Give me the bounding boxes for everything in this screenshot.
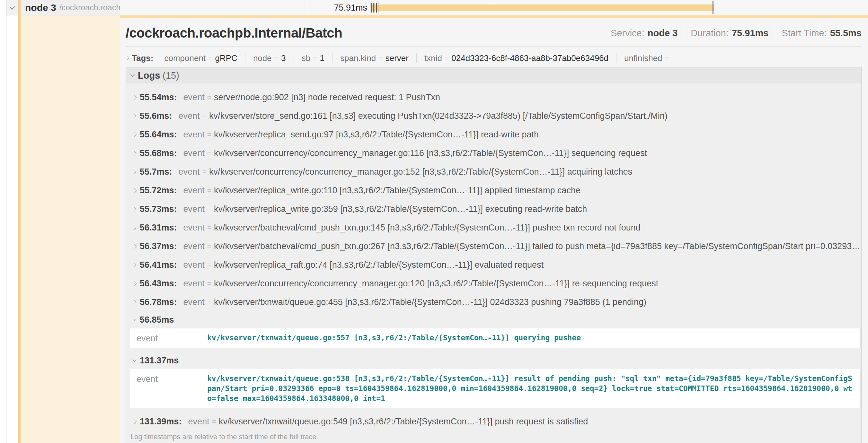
log-field-value: kv/kvserver/batcheval/cmd_push_txn.go:26…: [214, 241, 861, 251]
log-entry-row[interactable]: 55.6ms: event = kv/kvserver/store_send.g…: [126, 107, 861, 125]
log-field-key: event: [183, 93, 205, 102]
log-timestamp: 131.37ms: [140, 356, 179, 366]
logs-accordion-header[interactable]: Logs (15): [126, 67, 861, 83]
trace-span-row: node 3 /cockroach.roach… 75.91ms: [6, 0, 868, 15]
log-field-value: kv/kvserver/txnwait/queue.go:455 [n3,s3,…: [214, 297, 861, 307]
tag-span-kind: span.kind = server: [333, 53, 417, 63]
log-entry-row[interactable]: 55.73ms: event = kv/kvserver/replica_wri…: [126, 200, 861, 218]
log-field-key: event: [179, 111, 200, 121]
log-tick-marker: [371, 3, 372, 12]
log-field-key: event: [179, 167, 200, 177]
log-field-value: kv/kvserver/txnwait/queue.go:557 [n3,s3,…: [207, 333, 854, 343]
start-time-value: 55.5ms: [830, 28, 862, 38]
span-color-strip: [18, 15, 120, 443]
log-field-key: event: [183, 297, 205, 307]
log-field-value: kv/kvserver/batcheval/cmd_push_txn.go:14…: [214, 223, 861, 233]
equals-sign: =: [203, 168, 207, 176]
log-entry-header[interactable]: 131.37ms: [126, 352, 861, 369]
equals-sign: =: [207, 130, 211, 139]
log-field-key: event: [183, 260, 205, 270]
tag-sb: sb = 1: [294, 53, 333, 63]
log-entry-row[interactable]: 55.7ms: event = kv/kvserver/concurrency/…: [126, 163, 861, 181]
log-field-value: kv/kvserver/replica_write.go:110 [n3,s3,…: [214, 185, 861, 196]
service-label: Service:: [611, 28, 644, 38]
equals-sign: =: [665, 54, 669, 63]
equals-sign: =: [378, 54, 382, 63]
chevron-right-icon: [132, 226, 136, 230]
chevron-down-icon: [130, 73, 134, 77]
duration-value: 75.91ms: [732, 28, 769, 38]
equals-sign: =: [444, 54, 449, 63]
logs-title: Logs: [138, 70, 160, 81]
log-entry-row[interactable]: 131.39ms: event = kv/kvserver/txnwait/qu…: [126, 412, 861, 431]
timeline-ruler[interactable]: 75.91ms: [120, 0, 868, 15]
chevron-right-icon: [132, 281, 136, 286]
equals-sign: =: [207, 149, 211, 158]
operation-name: /cockroach.roach…: [59, 3, 120, 12]
log-field-key: event: [183, 223, 205, 233]
tag-txnid: txnid = 024d3323-6c8f-4863-aa8b-37ab0e63…: [417, 53, 617, 63]
span-meta: Service: node 3 Duration: 75.91ms Start …: [611, 28, 862, 38]
log-detail-box: event kv/kvserver/txnwait/queue.go:538 […: [130, 369, 861, 408]
log-field-value: kv/kvserver/concurrency/concurrency_mana…: [209, 167, 861, 177]
log-entry-row[interactable]: 55.68ms: event = kv/kvserver/concurrency…: [126, 144, 861, 163]
tags-label: Tags:: [132, 53, 153, 63]
log-timestamp: 55.72ms:: [140, 185, 177, 196]
log-timestamp: 55.7ms:: [140, 167, 172, 177]
chevron-right-icon: [132, 207, 136, 211]
log-field-key: event: [183, 148, 205, 158]
tags-accordion[interactable]: Tags: component = gRPC node = 3 sb = 1 s…: [126, 51, 862, 65]
log-field-key: event: [183, 204, 205, 214]
span-name-cell[interactable]: node 3 /cockroach.roach…: [18, 0, 120, 15]
log-entry-row[interactable]: 56.41ms: event = kv/kvserver/replica_raf…: [126, 255, 861, 274]
logs-section: Logs (15) 55.54ms: event = server/node.g…: [126, 67, 862, 443]
log-entry-row[interactable]: 56.78ms: event = kv/kvserver/txnwait/que…: [126, 293, 861, 311]
chevron-right-icon: [132, 263, 136, 267]
chevron-right-icon: [125, 56, 129, 60]
chevron-down-icon: [10, 4, 15, 9]
log-entry-row[interactable]: 56.43ms: event = kv/kvserver/concurrency…: [126, 274, 861, 293]
log-timestamp: 56.31ms:: [140, 223, 177, 233]
meta-separator: [684, 28, 684, 38]
log-field-key: event: [183, 185, 205, 196]
log-entry-row[interactable]: 55.72ms: event = kv/kvserver/replica_wri…: [126, 181, 861, 200]
log-entry-row[interactable]: 55.54ms: event = server/node.go:902 [n3]…: [126, 88, 861, 107]
log-entry-row[interactable]: 56.37ms: event = kv/kvserver/batcheval/c…: [126, 237, 861, 255]
chevron-right-icon: [132, 151, 136, 156]
log-field-key: event: [183, 279, 205, 288]
log-entry-header[interactable]: 56.85ms: [126, 311, 861, 328]
log-entry-row[interactable]: 56.31ms: event = kv/kvserver/batcheval/c…: [126, 218, 861, 237]
log-field-value: kv/kvserver/txnwait/queue.go:549 [n3,s3,…: [219, 417, 861, 427]
equals-sign: =: [207, 279, 211, 288]
log-field-key: event: [183, 241, 205, 251]
log-entry-row[interactable]: 55.64ms: event = kv/kvserver/replica_sen…: [126, 125, 861, 144]
log-timestamp: 55.64ms:: [140, 130, 177, 140]
log-timestamp: 55.54ms:: [140, 93, 177, 102]
log-tick-marker: [378, 3, 378, 12]
log-timestamp: 56.85ms: [140, 315, 174, 325]
span-duration-bar[interactable]: [372, 4, 714, 11]
log-field-value: kv/kvserver/concurrency/concurrency_mana…: [214, 279, 861, 288]
log-tick-marker: [373, 3, 374, 12]
span-collapse-toggle[interactable]: [6, 0, 18, 15]
chevron-right-icon: [132, 300, 136, 304]
log-field-key: event: [136, 374, 207, 404]
log-timestamp: 131.39ms:: [140, 417, 182, 427]
logs-list: 55.54ms: event = server/node.go:902 [n3]…: [126, 83, 861, 443]
equals-sign: =: [313, 54, 317, 63]
log-field-value: kv/kvserver/concurrency/concurrency_mana…: [214, 148, 861, 158]
log-tick-marker: [370, 3, 370, 12]
equals-sign: =: [203, 112, 207, 121]
span-detail-panel: /cockroach.roachpb.Internal/Batch Servic…: [120, 15, 868, 443]
chevron-right-icon: [132, 114, 136, 118]
equals-sign: =: [208, 54, 212, 63]
equals-sign: =: [207, 242, 211, 251]
equals-sign: =: [207, 93, 211, 102]
log-timestamp: 55.73ms:: [140, 204, 177, 214]
span-detail-header: /cockroach.roachpb.Internal/Batch Servic…: [126, 25, 862, 41]
log-entry-expanded: 56.85ms event kv/kvserver/txnwait/queue.…: [126, 311, 861, 348]
service-value: node 3: [648, 28, 678, 38]
log-end-marker: [713, 1, 713, 14]
log-timestamp: 55.6ms:: [140, 111, 172, 121]
trace-tree-gutter: [6, 15, 120, 443]
